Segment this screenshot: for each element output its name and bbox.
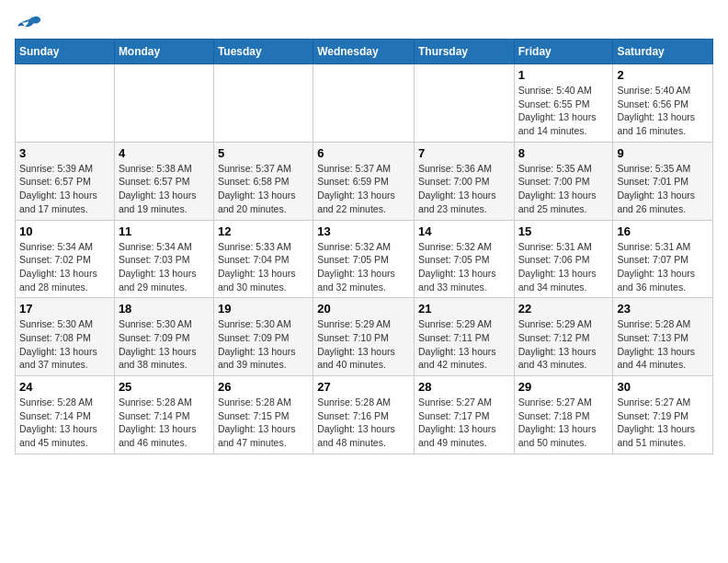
- calendar-cell: 3Sunrise: 5:39 AM Sunset: 6:57 PM Daylig…: [16, 142, 115, 220]
- calendar-cell: 2Sunrise: 5:40 AM Sunset: 6:56 PM Daylig…: [613, 64, 713, 143]
- logo-bird-icon: [17, 15, 42, 35]
- calendar-cell: 16Sunrise: 5:31 AM Sunset: 7:07 PM Dayli…: [613, 220, 713, 298]
- day-number: 15: [518, 224, 609, 238]
- day-number: 16: [617, 224, 709, 238]
- calendar-cell: 19Sunrise: 5:30 AM Sunset: 7:09 PM Dayli…: [213, 298, 313, 376]
- calendar-cell: 30Sunrise: 5:27 AM Sunset: 7:19 PM Dayli…: [613, 376, 713, 454]
- calendar-cell: 5Sunrise: 5:37 AM Sunset: 6:58 PM Daylig…: [213, 142, 313, 220]
- day-number: 5: [218, 146, 309, 160]
- day-header-wednesday: Wednesday: [313, 40, 415, 64]
- day-number: 26: [218, 380, 309, 394]
- calendar-week-5: 24Sunrise: 5:28 AM Sunset: 7:14 PM Dayli…: [16, 376, 713, 454]
- day-number: 24: [19, 380, 110, 394]
- calendar-cell: 7Sunrise: 5:36 AM Sunset: 7:00 PM Daylig…: [414, 142, 514, 220]
- calendar-cell: 23Sunrise: 5:28 AM Sunset: 7:13 PM Dayli…: [613, 298, 713, 376]
- calendar-cell: [414, 64, 514, 143]
- calendar-table: SundayMondayTuesdayWednesdayThursdayFrid…: [15, 39, 713, 454]
- day-number: 23: [617, 302, 709, 316]
- day-info: Sunrise: 5:39 AM Sunset: 6:57 PM Dayligh…: [19, 162, 110, 216]
- calendar-cell: 20Sunrise: 5:29 AM Sunset: 7:10 PM Dayli…: [313, 298, 415, 376]
- calendar-cell: 13Sunrise: 5:32 AM Sunset: 7:05 PM Dayli…: [313, 220, 415, 298]
- calendar-cell: [213, 64, 313, 143]
- day-info: Sunrise: 5:35 AM Sunset: 7:00 PM Dayligh…: [518, 162, 609, 216]
- calendar-cell: [313, 64, 415, 143]
- calendar-cell: 8Sunrise: 5:35 AM Sunset: 7:00 PM Daylig…: [514, 142, 613, 220]
- day-number: 2: [617, 68, 709, 82]
- day-info: Sunrise: 5:34 AM Sunset: 7:02 PM Dayligh…: [19, 240, 110, 294]
- day-info: Sunrise: 5:30 AM Sunset: 7:09 PM Dayligh…: [119, 317, 210, 372]
- day-number: 6: [317, 146, 410, 160]
- day-header-tuesday: Tuesday: [213, 40, 313, 64]
- calendar-cell: 25Sunrise: 5:28 AM Sunset: 7:14 PM Dayli…: [114, 376, 213, 454]
- day-number: 10: [19, 224, 110, 238]
- day-info: Sunrise: 5:29 AM Sunset: 7:10 PM Dayligh…: [317, 317, 410, 372]
- day-number: 7: [418, 146, 510, 160]
- day-info: Sunrise: 5:31 AM Sunset: 7:06 PM Dayligh…: [518, 240, 609, 294]
- day-info: Sunrise: 5:29 AM Sunset: 7:11 PM Dayligh…: [418, 317, 510, 372]
- day-number: 30: [617, 380, 709, 394]
- day-info: Sunrise: 5:28 AM Sunset: 7:13 PM Dayligh…: [617, 317, 709, 372]
- day-number: 19: [218, 302, 309, 316]
- calendar-cell: 11Sunrise: 5:34 AM Sunset: 7:03 PM Dayli…: [114, 220, 213, 298]
- day-number: 14: [418, 224, 510, 238]
- day-info: Sunrise: 5:29 AM Sunset: 7:12 PM Dayligh…: [518, 317, 609, 372]
- calendar-cell: 10Sunrise: 5:34 AM Sunset: 7:02 PM Dayli…: [16, 220, 115, 298]
- day-number: 27: [317, 380, 410, 394]
- day-info: Sunrise: 5:28 AM Sunset: 7:14 PM Dayligh…: [119, 396, 210, 450]
- calendar-cell: 17Sunrise: 5:30 AM Sunset: 7:08 PM Dayli…: [16, 298, 115, 376]
- calendar-cell: 27Sunrise: 5:28 AM Sunset: 7:16 PM Dayli…: [313, 376, 415, 454]
- calendar-week-3: 10Sunrise: 5:34 AM Sunset: 7:02 PM Dayli…: [16, 220, 713, 298]
- day-number: 12: [218, 224, 309, 238]
- day-header-monday: Monday: [114, 40, 213, 64]
- day-info: Sunrise: 5:40 AM Sunset: 6:56 PM Dayligh…: [617, 84, 709, 138]
- calendar-cell: 21Sunrise: 5:29 AM Sunset: 7:11 PM Dayli…: [414, 298, 514, 376]
- day-header-saturday: Saturday: [613, 40, 713, 64]
- calendar-cell: 14Sunrise: 5:32 AM Sunset: 7:05 PM Dayli…: [414, 220, 514, 298]
- day-info: Sunrise: 5:37 AM Sunset: 6:59 PM Dayligh…: [317, 162, 410, 216]
- day-info: Sunrise: 5:27 AM Sunset: 7:17 PM Dayligh…: [418, 396, 510, 450]
- logo: [15, 15, 42, 31]
- day-info: Sunrise: 5:30 AM Sunset: 7:09 PM Dayligh…: [218, 317, 309, 372]
- day-info: Sunrise: 5:28 AM Sunset: 7:15 PM Dayligh…: [218, 396, 309, 450]
- calendar-cell: 22Sunrise: 5:29 AM Sunset: 7:12 PM Dayli…: [514, 298, 613, 376]
- calendar-cell: 9Sunrise: 5:35 AM Sunset: 7:01 PM Daylig…: [613, 142, 713, 220]
- day-info: Sunrise: 5:35 AM Sunset: 7:01 PM Dayligh…: [617, 162, 709, 216]
- day-info: Sunrise: 5:31 AM Sunset: 7:07 PM Dayligh…: [617, 240, 709, 294]
- day-header-friday: Friday: [514, 40, 613, 64]
- day-number: 11: [119, 224, 210, 238]
- calendar-cell: 29Sunrise: 5:27 AM Sunset: 7:18 PM Dayli…: [514, 376, 613, 454]
- calendar-week-4: 17Sunrise: 5:30 AM Sunset: 7:08 PM Dayli…: [16, 298, 713, 376]
- day-number: 18: [119, 302, 210, 316]
- calendar-cell: 24Sunrise: 5:28 AM Sunset: 7:14 PM Dayli…: [16, 376, 115, 454]
- calendar-cell: 26Sunrise: 5:28 AM Sunset: 7:15 PM Dayli…: [213, 376, 313, 454]
- day-number: 25: [119, 380, 210, 394]
- day-number: 22: [518, 302, 609, 316]
- calendar-cell: 4Sunrise: 5:38 AM Sunset: 6:57 PM Daylig…: [114, 142, 213, 220]
- day-header-thursday: Thursday: [414, 40, 514, 64]
- day-number: 3: [19, 146, 110, 160]
- days-header-row: SundayMondayTuesdayWednesdayThursdayFrid…: [16, 40, 713, 64]
- calendar-cell: 15Sunrise: 5:31 AM Sunset: 7:06 PM Dayli…: [514, 220, 613, 298]
- calendar-cell: 12Sunrise: 5:33 AM Sunset: 7:04 PM Dayli…: [213, 220, 313, 298]
- day-info: Sunrise: 5:27 AM Sunset: 7:19 PM Dayligh…: [617, 396, 709, 450]
- calendar-cell: [114, 64, 213, 143]
- calendar-cell: 6Sunrise: 5:37 AM Sunset: 6:59 PM Daylig…: [313, 142, 415, 220]
- calendar-week-1: 1Sunrise: 5:40 AM Sunset: 6:55 PM Daylig…: [16, 64, 713, 143]
- day-number: 8: [518, 146, 609, 160]
- day-info: Sunrise: 5:32 AM Sunset: 7:05 PM Dayligh…: [317, 240, 410, 294]
- day-info: Sunrise: 5:28 AM Sunset: 7:16 PM Dayligh…: [317, 396, 410, 450]
- day-number: 13: [317, 224, 410, 238]
- header: [15, 15, 713, 31]
- day-info: Sunrise: 5:33 AM Sunset: 7:04 PM Dayligh…: [218, 240, 309, 294]
- day-number: 20: [317, 302, 410, 316]
- calendar-cell: 28Sunrise: 5:27 AM Sunset: 7:17 PM Dayli…: [414, 376, 514, 454]
- day-number: 9: [617, 146, 709, 160]
- day-info: Sunrise: 5:32 AM Sunset: 7:05 PM Dayligh…: [418, 240, 510, 294]
- day-info: Sunrise: 5:28 AM Sunset: 7:14 PM Dayligh…: [19, 396, 110, 450]
- day-info: Sunrise: 5:38 AM Sunset: 6:57 PM Dayligh…: [119, 162, 210, 216]
- calendar-week-2: 3Sunrise: 5:39 AM Sunset: 6:57 PM Daylig…: [16, 142, 713, 220]
- calendar-cell: 18Sunrise: 5:30 AM Sunset: 7:09 PM Dayli…: [114, 298, 213, 376]
- day-number: 17: [19, 302, 110, 316]
- day-number: 28: [418, 380, 510, 394]
- day-number: 21: [418, 302, 510, 316]
